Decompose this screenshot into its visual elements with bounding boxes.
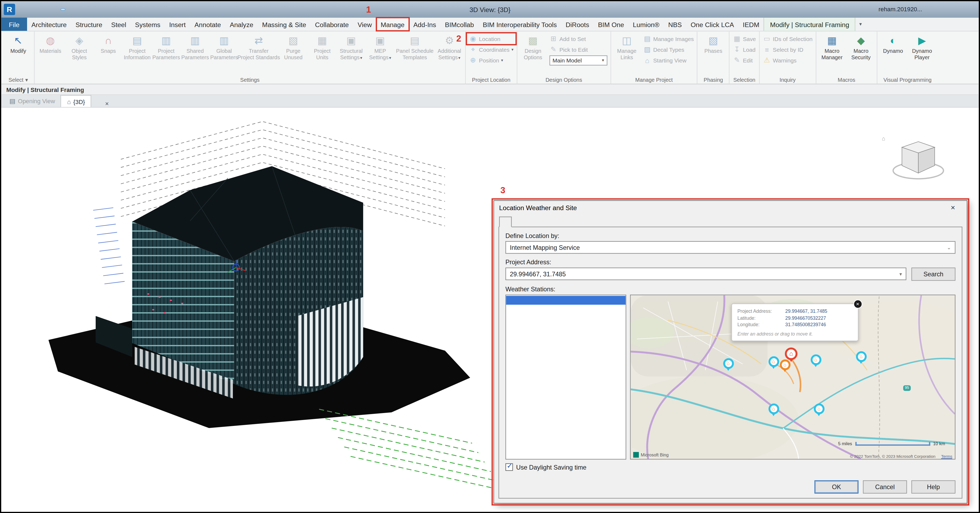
drawing-area[interactable]: ⌂ 3 Location Weather and Site × Define L… [2,108,979,512]
edit-selection-button[interactable]: ✎ Edit [731,55,758,65]
weather-station-item[interactable] [506,349,625,358]
tab-3d-view[interactable]: ⌂ {3D} [61,95,91,107]
pick-to-edit-button[interactable]: ✎ Pick to Edit [547,44,609,55]
weather-station-marker[interactable] [856,351,866,362]
tab-bim-one[interactable]: BIM One [593,18,628,31]
measure-icon[interactable] [43,9,47,10]
ok-button[interactable]: OK [815,480,858,494]
load-selection-button[interactable]: ↧ Load [731,44,758,55]
tab-file[interactable]: File [2,18,27,31]
tab-collaborate[interactable]: Collaborate [310,18,353,31]
position-button[interactable]: ⊕ Position ▾ [467,55,515,65]
active-design-option-select[interactable]: Main Model ▾ [549,56,607,66]
tab-opening-view[interactable]: ▤ Opening View [4,95,60,107]
mep-settings-button[interactable]: ▣ MEP Settings▾ [366,32,395,61]
macro-security-button[interactable]: ◆ Macro Security [846,32,875,61]
project-parameters-button[interactable]: ▥ Project Parameters [152,32,181,61]
default-3d-view-icon[interactable] [52,9,56,10]
project-address-input[interactable]: 29.994667, 31.7485 ▾ [506,268,906,280]
structural-settings-button[interactable]: ▣ Structural Settings▾ [337,32,366,61]
starting-view-button[interactable]: ⌂ Starting View [641,55,696,65]
weather-station-item[interactable] [506,331,625,340]
manage-images-button[interactable]: ▤ Manage Images [641,33,696,44]
save-icon[interactable] [22,9,26,10]
help-icon[interactable] [926,9,930,10]
weather-station-item[interactable] [506,296,625,305]
weather-station-item[interactable] [506,314,625,322]
viewcube-home-icon[interactable]: ⌂ [882,135,885,142]
viewcube[interactable]: ⌂ [889,132,947,185]
materials-button[interactable]: ◍ Materials [36,32,65,54]
search-button[interactable]: Search [912,268,955,280]
tab-massing-site[interactable]: Massing & Site [258,18,310,31]
contextual-tab-arrow-icon[interactable]: ▾ [855,18,865,31]
dialog-titlebar[interactable]: Location Weather and Site × [494,201,967,215]
tab-nbs[interactable]: NBS [664,18,686,31]
weather-station-item[interactable] [506,305,625,314]
panel-label-select[interactable]: Select▾ [4,76,33,84]
tab-annotate[interactable]: Annotate [190,18,225,31]
thin-lines-icon[interactable] [60,8,65,10]
project-information-button[interactable]: ▤ Project Information [123,32,152,61]
tab-diroots[interactable]: DiRoots [561,18,593,31]
transfer-project-standards-button[interactable]: ⇄ Transfer Project Standards [239,32,279,61]
add-to-set-button[interactable]: ⊞ Add to Set [547,33,609,44]
project-location-marker[interactable] [785,347,797,360]
global-parameters-button[interactable]: ▥ Global Parameters [210,32,239,61]
tab-iedm[interactable]: IEDM [738,18,764,31]
project-units-button[interactable]: ▦ Project Units [308,32,337,61]
open-icon[interactable] [18,9,21,10]
tab-add-ins[interactable]: Add-Ins [409,18,441,31]
purge-unused-button[interactable]: ▧ Purge Unused [279,32,308,61]
text-icon[interactable] [47,9,51,10]
location-button[interactable]: 2 ◉ Location [467,33,515,44]
redo-icon[interactable] [35,9,38,10]
tab-systems[interactable]: Systems [130,18,165,31]
undo-icon[interactable] [31,9,35,10]
snaps-button[interactable]: ∩ Snaps [94,32,123,54]
daylight-saving-checkbox[interactable] [506,464,513,471]
help-button[interactable]: Help [912,480,955,494]
tooltip-close-icon[interactable]: × [853,300,862,309]
close-view-icon[interactable]: × [103,100,111,107]
tab-bimcollab[interactable]: BIMcollab [441,18,478,31]
tab-structure[interactable]: Structure [71,18,107,31]
weather-station-marker[interactable] [768,356,779,367]
tab-lumion[interactable]: Lumion® [628,18,664,31]
cancel-button[interactable]: Cancel [863,480,907,494]
weather-station-marker[interactable] [723,358,733,368]
print-icon[interactable] [38,9,42,10]
panel-schedule-templates-button[interactable]: ▤ Panel Schedule Templates [395,32,435,61]
weather-station-item[interactable] [506,358,625,366]
dialog-close-icon[interactable]: × [944,204,962,212]
save-selection-button[interactable]: ▦ Save [731,33,758,44]
dialog-tab-location[interactable] [499,217,512,227]
dynamo-player-button[interactable]: ▶ Dynamo Player [908,32,937,61]
dialog-tab-site[interactable] [524,217,537,227]
weather-station-item[interactable] [506,322,625,331]
close-inactive-windows-icon[interactable] [66,9,70,10]
object-styles-button[interactable]: ◈ Object Styles [65,32,94,61]
minimize-ribbon-icon[interactable] [869,9,872,10]
coordinates-button[interactable]: ⌖ Coordinates ▾ [467,44,515,55]
tab-bim-interoperability-tools[interactable]: BIM Interoperability Tools [478,18,561,31]
dynamo-button[interactable]: ◐ Dynamo [879,32,908,54]
tab-architecture[interactable]: Architecture [27,18,71,31]
decal-types-button[interactable]: ▨ Decal Types [641,44,696,55]
tab-steel[interactable]: Steel [107,18,130,31]
phases-button[interactable]: ▧ Phases [699,32,728,54]
dialog-tab-weather[interactable] [512,217,524,227]
terms-link[interactable]: Terms [941,454,952,458]
select-by-id-button[interactable]: ≡ Select by ID [761,44,815,55]
warnings-button[interactable]: ⚠ Warnings [761,55,815,65]
weather-station-item[interactable] [506,340,625,349]
design-options-button[interactable]: ▩ Design Options [519,32,547,61]
section-icon[interactable] [56,9,60,10]
tab-view[interactable]: View [353,18,376,31]
tab-manage[interactable]: 1 Manage [376,18,409,31]
map[interactable]: 95 Project Address: 29.994667, 31.7485 L… [630,295,955,459]
tab-analyze[interactable]: Analyze [225,18,258,31]
tab-modify-structural-framing[interactable]: Modify | Structural Framing [764,18,856,31]
user-name[interactable]: reham.201920... [878,6,922,13]
tab-insert[interactable]: Insert [165,18,190,31]
